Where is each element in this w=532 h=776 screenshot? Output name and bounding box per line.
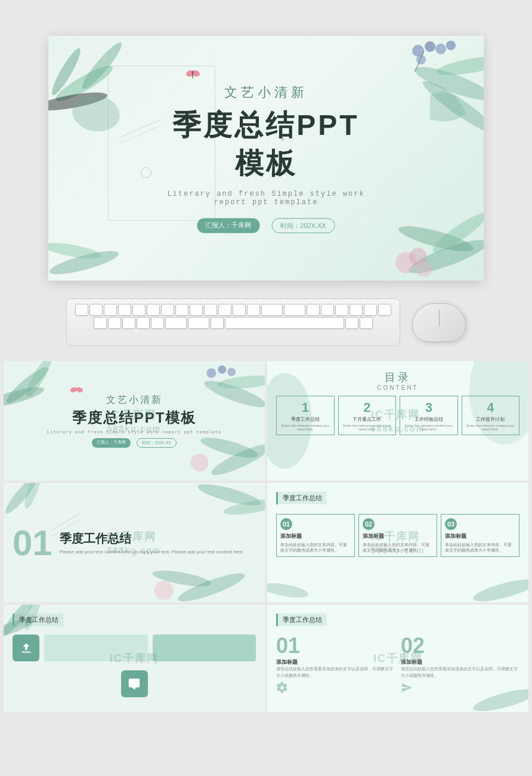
card-title-3: 添加标题 bbox=[445, 532, 515, 540]
thumb-content-cards[interactable]: 季度工作总结 01 添加标题 单击此处处输入您的文本内容。可更改文字的颜色或者大… bbox=[267, 483, 528, 602]
key bbox=[89, 304, 103, 316]
key bbox=[321, 304, 334, 316]
svg-point-15 bbox=[397, 221, 475, 257]
toc-title: 目录 bbox=[276, 370, 519, 384]
svg-point-17 bbox=[395, 252, 417, 273]
key bbox=[204, 304, 217, 316]
item1-text: 请您在此处输入您所需要添加进来的文字以及说明，可调整文字大小或颜色等属性。 bbox=[276, 666, 395, 679]
svg-point-9 bbox=[416, 55, 426, 64]
toc-sub-1: Enter the relevant content you need here… bbox=[279, 424, 332, 431]
badge-time: 时间：202X.XX bbox=[271, 218, 335, 233]
svg-point-7 bbox=[435, 44, 446, 54]
watermark6: IC千库网 bbox=[373, 651, 422, 666]
svg-point-14 bbox=[406, 234, 484, 279]
key bbox=[188, 317, 209, 329]
toc-label-1: 季度工作总结 bbox=[279, 417, 332, 423]
title-small: 文艺小清新 bbox=[157, 84, 375, 101]
key bbox=[151, 317, 164, 329]
gear-icon bbox=[276, 682, 395, 696]
mouse bbox=[412, 303, 466, 342]
key bbox=[211, 317, 224, 329]
key bbox=[122, 317, 135, 329]
upload-icon bbox=[13, 635, 39, 661]
key bbox=[218, 304, 231, 316]
toc-num-1: 1 bbox=[279, 400, 332, 415]
svg-line-10 bbox=[415, 51, 424, 72]
key bbox=[132, 304, 146, 316]
title-main: 季度总结PPT模板 bbox=[157, 106, 375, 183]
svg-point-8 bbox=[446, 41, 456, 50]
svg-point-0 bbox=[52, 61, 116, 106]
svg-point-18 bbox=[409, 248, 427, 266]
key bbox=[349, 304, 363, 316]
toc-num-4: 4 bbox=[465, 400, 517, 415]
card-text-1: 单击此处处输入您的文本内容。可更改文字的颜色或者大小等属性。 bbox=[280, 542, 351, 553]
key bbox=[190, 304, 203, 316]
keyboard bbox=[66, 298, 400, 346]
thumb-toc-slide[interactable]: 目录 CONTENT 1 季度工作总结 Enter the relevant c… bbox=[267, 361, 528, 481]
card-1: 01 添加标题 单击此处处输入您的文本内容。可更改文字的颜色或者大小等属性。 bbox=[276, 514, 355, 557]
svg-point-20 bbox=[48, 247, 120, 279]
bottom-left-tag: 季度工作总结 bbox=[13, 614, 63, 626]
svg-point-2 bbox=[48, 89, 109, 115]
main-slide-content: 文艺小清新 季度总结PPT模板 Literary and fresh Simpl… bbox=[157, 84, 375, 233]
toc-item-4: 4 工作提升计划 Enter the relevant content you … bbox=[462, 396, 520, 435]
item2-text: 请您在此处输入您所需要添加进来的文字以及说明，可调整文字大小或颜色等属性。 bbox=[401, 666, 519, 679]
key bbox=[345, 317, 358, 329]
thumb-section01[interactable]: 01 季度工作总结 Please add your text content h… bbox=[4, 483, 265, 602]
watermark: IC千库网588ku.com bbox=[107, 408, 161, 435]
key bbox=[360, 317, 373, 329]
key bbox=[247, 304, 260, 316]
key bbox=[175, 304, 188, 316]
toc-item-1: 1 季度工作总结 Enter the relevant content you … bbox=[276, 396, 335, 435]
key bbox=[108, 317, 121, 329]
key bbox=[161, 304, 174, 316]
watermark5: IC千库网 bbox=[110, 651, 159, 666]
thumb-bottom-left[interactable]: 季度工作总结 IC千库网 bbox=[4, 605, 265, 712]
key bbox=[378, 304, 391, 316]
key bbox=[147, 304, 160, 316]
svg-point-12 bbox=[435, 53, 484, 79]
watermark2: IC千库网588ku.com bbox=[371, 408, 425, 435]
svg-point-13 bbox=[419, 75, 484, 139]
title-en: Literary and fresh Simple style work rep… bbox=[157, 190, 375, 207]
thumb1-badge1: 汇报人：千库网 bbox=[92, 438, 131, 448]
key bbox=[104, 304, 117, 316]
thumb1-badge2: 时间：202X.XX bbox=[137, 438, 177, 448]
toc-title-en: CONTENT bbox=[276, 384, 519, 391]
card-num-2: 02 bbox=[363, 518, 375, 530]
toc-label-4: 工作提升计划 bbox=[465, 417, 517, 423]
card-title-1: 添加标题 bbox=[280, 532, 351, 540]
key bbox=[75, 304, 88, 316]
key bbox=[364, 304, 377, 316]
watermark3: IC千库网588ku.com bbox=[107, 529, 161, 556]
send-icon bbox=[401, 682, 519, 696]
svg-point-21 bbox=[48, 239, 103, 261]
section-num: 01 bbox=[13, 522, 52, 563]
card-text-3: 单击此处处输入您的文本内容。可更改文字的颜色或者大小等属性。 bbox=[445, 542, 515, 553]
key bbox=[118, 304, 131, 316]
badge-author: 汇报人：千库网 bbox=[197, 218, 259, 233]
card-3: 03 添加标题 单击此处处输入您的文本内容。可更改文字的颜色或者大小等属性。 bbox=[441, 514, 519, 557]
key bbox=[233, 304, 246, 316]
svg-point-19 bbox=[416, 260, 432, 277]
content-tag: 季度工作总结 bbox=[276, 492, 327, 504]
key bbox=[284, 304, 305, 316]
watermark4: IC千库网588ku.com bbox=[371, 529, 425, 556]
bottom-right-tag: 季度工作总结 bbox=[276, 614, 327, 626]
svg-point-11 bbox=[412, 61, 484, 106]
thumb1-small-title: 文艺小清新 bbox=[106, 394, 163, 407]
key bbox=[94, 317, 107, 329]
svg-point-3 bbox=[48, 46, 84, 98]
key bbox=[307, 304, 320, 316]
svg-point-5 bbox=[412, 45, 424, 57]
thumb-title-slide[interactable]: 文艺小清新 季度总结PPT模板 Literary and fresh Simpl… bbox=[4, 361, 265, 481]
key bbox=[165, 317, 187, 329]
card-num-1: 01 bbox=[280, 518, 292, 530]
spacebar bbox=[225, 317, 344, 329]
card-num-3: 03 bbox=[445, 518, 457, 530]
svg-point-16 bbox=[429, 208, 484, 258]
main-slide: 文艺小清新 季度总结PPT模板 Literary and fresh Simpl… bbox=[48, 36, 484, 281]
thumb-bottom-right[interactable]: 季度工作总结 01 添加标题 请您在此处输入您所需要添加进来的文字以及说明，可调… bbox=[267, 605, 528, 712]
key bbox=[335, 304, 348, 316]
